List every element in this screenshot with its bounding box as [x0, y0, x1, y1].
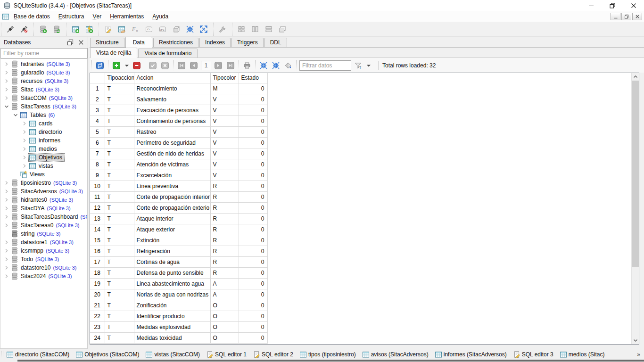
tree-item-datastore1[interactable]: datastore1(SQLite 3) [0, 238, 87, 247]
close-button[interactable] [623, 0, 644, 11]
chevron-right-icon[interactable] [2, 77, 11, 85]
column-header-tipocolor[interactable]: Tipocolor [210, 73, 239, 83]
row-number[interactable]: 1 [90, 83, 105, 94]
configuration-button[interactable] [215, 23, 229, 35]
cell-tipoaccion[interactable]: T [105, 94, 134, 105]
chevron-right-icon[interactable] [2, 179, 11, 187]
cell-tipocolor[interactable]: R [210, 213, 239, 224]
cell-tipocolor[interactable]: O [210, 332, 239, 343]
print-button[interactable] [242, 60, 252, 71]
cell-accion[interactable]: Norias de agua con nodrizas [134, 289, 210, 300]
cell-tipoaccion[interactable]: T [105, 170, 134, 181]
cell-tipocolor[interactable]: R [210, 181, 239, 191]
row-number[interactable]: 19 [90, 278, 105, 289]
view-tab-vista-de-formulario[interactable]: Vista de formulario [138, 49, 198, 58]
tree-item-sitactareas0[interactable]: SitacTareas0(SQLite 3) [0, 221, 87, 230]
refresh-grid-button[interactable] [95, 60, 105, 71]
cell-accion[interactable]: Ataque exterior [134, 224, 210, 235]
cell-accion[interactable]: Refrigeración [134, 246, 210, 256]
tree-item-medios[interactable]: medios [0, 145, 87, 153]
tree-item-guiaradio[interactable]: guiaradio(SQLite 3) [0, 68, 87, 77]
delete-row-button[interactable] [132, 60, 142, 71]
cell-estado[interactable]: 0 [239, 321, 267, 332]
tree-item-recursos[interactable]: recursos(SQLite 3) [0, 77, 87, 85]
cell-tipoaccion[interactable]: T [105, 148, 134, 159]
mdi-cascade-button[interactable] [275, 23, 289, 35]
tree-item-sitacadversos[interactable]: SitacAdversos(SQLite 3) [0, 187, 87, 196]
first-page-button[interactable] [176, 60, 187, 71]
cell-tipocolor[interactable]: R [210, 246, 239, 256]
cell-tipoaccion[interactable]: T [105, 202, 134, 213]
taskbar-item-directorio-sitaccom[interactable]: directorio (SitacCOM) [6, 351, 69, 358]
column-header-estado[interactable]: Estado [239, 73, 267, 83]
cell-tipoaccion[interactable]: T [105, 181, 134, 191]
row-coloring-button[interactable] [283, 60, 293, 71]
tree-item-directorio[interactable]: directorio [0, 128, 87, 136]
chevron-right-icon[interactable] [20, 137, 29, 144]
cell-tipoaccion[interactable]: T [105, 332, 134, 343]
menu-ayuda[interactable]: Ayuda [148, 11, 173, 22]
cell-accion[interactable]: Corte de propagación exterio [134, 202, 210, 213]
row-number[interactable]: 8 [90, 159, 105, 170]
taskbar-item-sql-editor-1[interactable]: SQL editor 1 [206, 351, 247, 358]
taskbar-item-vistas-sitaccom[interactable]: vistas (SitacCOM) [145, 351, 200, 358]
menu-estructura[interactable]: Estructura [54, 11, 89, 22]
taskbar-item-tipos-tiposiniestro[interactable]: tipos (tiposiniestro) [299, 351, 356, 358]
chevron-right-icon[interactable] [2, 247, 11, 255]
cell-estado[interactable]: 0 [239, 256, 267, 267]
last-page-button[interactable] [225, 60, 236, 71]
cell-estado[interactable]: 0 [239, 148, 267, 159]
new-table-from-query-button[interactable] [82, 23, 96, 35]
scrollbar-thumb[interactable] [632, 81, 639, 267]
taskbar-item-sql-editor-3[interactable]: SQL editor 3 [513, 351, 553, 358]
cell-tipocolor[interactable]: O [210, 300, 239, 311]
row-number[interactable]: 16 [90, 246, 105, 256]
row-number[interactable]: 5 [90, 126, 105, 137]
taskbar-item-avisos-sitacadversos[interactable]: avisos (SitacAdversos) [362, 351, 429, 358]
chevron-right-icon[interactable] [2, 69, 11, 76]
cell-tipoaccion[interactable]: T [105, 256, 134, 267]
cell-tipocolor[interactable]: R [210, 267, 239, 278]
tree-item-tiposiniestro[interactable]: tiposiniestro(SQLite 3) [0, 179, 87, 187]
taskbar-item-medios-sitac[interactable]: medios (Sitac) [560, 351, 605, 358]
row-number[interactable]: 7 [90, 148, 105, 159]
chevron-right-icon[interactable] [2, 60, 11, 68]
commit-button[interactable] [148, 60, 158, 71]
cell-accion[interactable]: Ataque interior [134, 213, 210, 224]
chevron-right-icon[interactable] [20, 120, 29, 127]
restore-button[interactable] [602, 0, 623, 11]
cell-accion[interactable]: Gestión de nido de heridas [134, 148, 210, 159]
cell-estado[interactable]: 0 [239, 213, 267, 224]
cell-estado[interactable]: 0 [239, 311, 267, 321]
tree-item-todo[interactable]: Todo(SQLite 3) [0, 255, 87, 263]
cell-accion[interactable]: Cortinas de agua [134, 256, 210, 267]
row-number[interactable]: 9 [90, 170, 105, 181]
cell-tipocolor[interactable]: V [210, 170, 239, 181]
cell-tipocolor[interactable]: V [210, 105, 239, 115]
cell-tipoaccion[interactable]: T [105, 213, 134, 224]
chevron-right-icon[interactable] [20, 145, 29, 153]
tree-item-icsmmpp[interactable]: icsmmpp(SQLite 3) [0, 247, 87, 255]
menu-base-de-datos[interactable]: Base de datos [9, 11, 54, 22]
cell-tipocolor[interactable]: M [210, 83, 239, 94]
cell-estado[interactable]: 0 [239, 191, 267, 202]
chevron-right-icon[interactable] [2, 239, 11, 246]
chevron-right-icon[interactable] [2, 94, 11, 102]
menu-ver[interactable]: Ver [88, 11, 106, 22]
row-number[interactable]: 10 [90, 181, 105, 191]
cell-tipoaccion[interactable]: T [105, 126, 134, 137]
cell-tipocolor[interactable]: A [210, 289, 239, 300]
cell-tipocolor[interactable]: V [210, 94, 239, 105]
chevron-right-icon[interactable] [2, 264, 11, 272]
column-header-tipoaccion[interactable]: Tipoaccion [105, 73, 134, 83]
chevron-right-icon[interactable] [2, 255, 11, 263]
cell-accion[interactable]: Extinción [134, 235, 210, 246]
cell-tipocolor[interactable]: R [210, 256, 239, 267]
tab-structure[interactable]: Structure [90, 38, 124, 47]
cell-tipoaccion[interactable]: T [105, 300, 134, 311]
cell-tipocolor[interactable]: R [210, 224, 239, 235]
cell-tipoaccion[interactable]: T [105, 289, 134, 300]
fit-columns-button[interactable] [258, 60, 269, 71]
cell-accion[interactable]: Rastreo [134, 126, 210, 137]
cell-tipoaccion[interactable]: T [105, 191, 134, 202]
